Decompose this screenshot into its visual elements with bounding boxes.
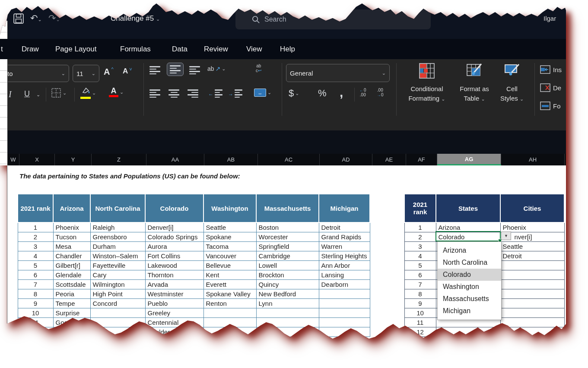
cell[interactable]: Spokane Valley [203,289,256,299]
cell[interactable] [319,308,370,318]
cell[interactable]: New Bedford [256,289,319,299]
cell[interactable]: Denver[i] [145,222,203,232]
cell[interactable]: Spokane [203,232,256,242]
cell[interactable] [500,261,564,270]
cell[interactable]: 8 [18,289,53,299]
cell[interactable] [90,308,145,318]
col-header-ag-selected[interactable]: AG [437,154,501,165]
cell[interactable] [500,318,564,327]
cell[interactable]: 1 [404,222,436,232]
cell[interactable]: Thornton [145,270,203,280]
cell[interactable]: Lakewood [145,261,203,270]
cell[interactable]: Warren [319,242,370,251]
col-header-af[interactable]: AF [406,154,437,165]
user-name[interactable]: Ilgar [544,15,556,22]
cell[interactable]: Tucson [53,232,90,242]
cell[interactable]: Westminster [145,289,203,299]
cell[interactable]: 10 [404,308,436,318]
cell[interactable]: 6 [404,270,436,280]
cell[interactable]: Sterling Heights [319,251,370,261]
cell[interactable]: Kent [203,270,256,280]
cell[interactable]: Glendale [53,270,90,280]
cell[interactable]: Seattle [203,222,256,232]
cell[interactable]: Arvada [145,280,203,289]
cell[interactable]: Greeley [145,308,203,318]
cell[interactable] [500,327,564,337]
cell[interactable]: Fort Collins [145,251,203,261]
dropdown-item[interactable]: Colorado [438,269,501,281]
selected-cell-outline[interactable] [435,231,501,241]
tab-data[interactable]: Data [172,39,188,59]
cell[interactable]: Buckeye [53,327,90,337]
cell[interactable]: Detroit [500,251,564,261]
cell[interactable]: Tacoma [203,242,256,251]
dropdown-item[interactable]: North Carolina [438,257,501,269]
format-cells-button[interactable]: Fo [540,102,561,110]
cell[interactable]: Surprise [53,308,90,318]
dropdown-item[interactable]: Washington [438,281,501,293]
cell[interactable]: 5 [404,261,436,270]
cell[interactable]: Vancouver [203,251,256,261]
cell[interactable] [203,327,256,337]
cell[interactable]: Peoria [53,289,90,299]
col-header-ad[interactable]: AD [320,154,372,165]
cell[interactable]: Aurora [145,242,203,251]
cell[interactable]: 2 [404,232,436,242]
cell[interactable] [90,318,145,327]
cell[interactable]: 7 [18,280,53,289]
cell[interactable]: 4 [404,251,436,261]
cell[interactable]: 7 [404,280,436,289]
cell[interactable] [319,318,370,327]
worksheet[interactable]: The data pertaining to States and Popula… [7,165,566,346]
cell[interactable]: Mesa [53,242,90,251]
cell[interactable] [319,289,370,299]
cell[interactable]: Fayetteville [90,261,145,270]
col-header-w[interactable]: W [7,154,19,165]
cell[interactable]: Wilmington [90,280,145,289]
tab-help[interactable]: Help [280,39,295,59]
cell[interactable] [500,280,564,289]
cell[interactable]: Boston [256,222,319,232]
cell[interactable] [256,318,319,327]
cell[interactable]: 9 [404,299,436,308]
cell[interactable] [436,327,500,337]
cell[interactable]: 3 [404,242,436,251]
cell[interactable] [500,299,564,308]
cell[interactable]: 5 [18,261,53,270]
cell[interactable] [256,327,319,337]
undo-button[interactable]: ↶⌄ [30,13,42,23]
cell[interactable]: 11 [18,318,53,327]
dropdown-item[interactable]: Massachusetts [438,293,501,305]
cell[interactable]: 6 [18,270,53,280]
cell[interactable]: Cary [90,270,145,280]
cell[interactable]: Durham [90,242,145,251]
cell[interactable]: 3 [18,242,53,251]
cell[interactable]: Colorado Springs [145,232,203,242]
cell[interactable]: Pueblo [145,299,203,308]
cell[interactable] [500,270,564,280]
cell[interactable]: Greensboro [90,232,145,242]
cell[interactable] [203,308,256,318]
cell[interactable] [90,327,145,337]
customize-qat-button[interactable]: ▼ [68,14,74,19]
cell[interactable]: 2 [18,232,53,242]
tab-formulas[interactable]: Formulas [120,39,151,59]
cell[interactable]: 4 [18,251,53,261]
cell[interactable]: Renton [203,299,256,308]
cell[interactable]: High Point [90,289,145,299]
cell[interactable]: Springfield [256,242,319,251]
validation-dropdown-list[interactable]: ArizonaNorth CarolinaColoradoWashingtonM… [437,241,502,320]
delete-cells-button[interactable]: De [540,83,561,92]
cell[interactable]: Brockton [256,270,319,280]
tab-insert-partial[interactable]: t [1,39,3,59]
cell[interactable]: Detroit [319,222,370,232]
dropdown-item[interactable]: Michigan [438,305,501,317]
data-validation-dropdown-button[interactable]: ▼ [501,232,511,240]
col-header-ac[interactable]: AC [258,154,320,165]
cell[interactable]: Quincy [256,280,319,289]
cell[interactable]: Raleigh [90,222,145,232]
save-button[interactable] [13,13,24,26]
cell[interactable]: 12 [404,327,436,337]
col-header-ah[interactable]: AH [501,154,565,165]
cell[interactable]: Phoenix [53,222,90,232]
